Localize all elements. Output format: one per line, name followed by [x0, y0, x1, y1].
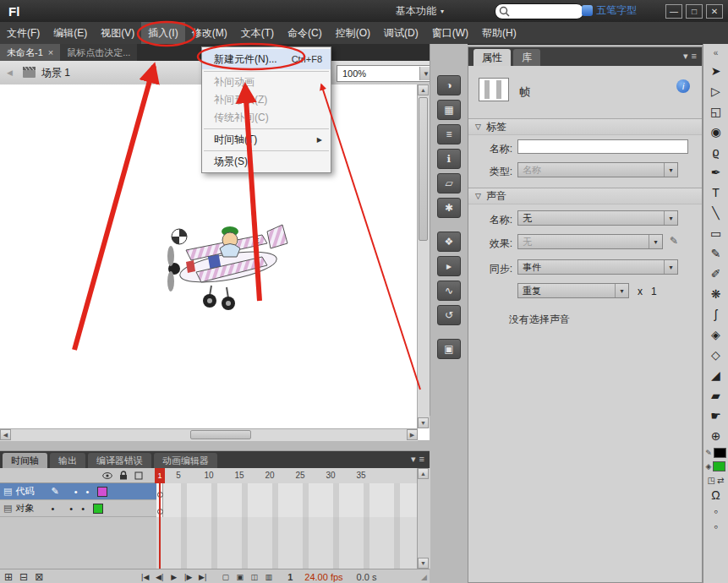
ime-brand[interactable]: 五笔字型 [582, 3, 637, 18]
menu-modify[interactable]: 修改(M) [185, 22, 234, 44]
breadcrumb-scene[interactable]: 场景 1 [41, 66, 70, 80]
visibility-dot[interactable]: • [74, 487, 78, 497]
collapse-triangle-icon[interactable]: ▽ [475, 123, 481, 131]
lasso-tool[interactable]: ϱ [705, 142, 727, 162]
menu-view[interactable]: 视图(V) [94, 22, 141, 44]
3d-rotation-tool[interactable]: ◉ [705, 122, 727, 142]
transform-panel-icon[interactable]: ▱ [437, 173, 461, 193]
menu-text[interactable]: 文本(T) [234, 22, 281, 44]
menu-commands[interactable]: 命令(C) [281, 22, 329, 44]
lock-icon[interactable] [119, 471, 128, 480]
sound-sync-dropdown[interactable]: 事件 ▾ [517, 259, 678, 275]
outline-square-icon[interactable] [134, 471, 143, 480]
menu-debug[interactable]: 调试(D) [377, 22, 425, 44]
maximize-button[interactable]: □ [686, 4, 703, 19]
timeline-vertical-scrollbar[interactable]: ▲ ▼ [417, 468, 430, 569]
sound-name-dropdown[interactable]: 无 ▾ [517, 210, 678, 226]
menu-item-scene[interactable]: 场景(S) [202, 153, 331, 171]
menu-item-new-symbol[interactable]: 新建元件(N)... Ctrl+F8 [202, 49, 331, 69]
rectangle-tool[interactable]: ▭ [705, 223, 727, 243]
menu-window[interactable]: 窗口(W) [425, 22, 475, 44]
go-to-last-frame-icon[interactable]: ▶| [195, 573, 210, 581]
history-panel-icon[interactable]: ↺ [437, 305, 461, 325]
line-tool[interactable]: ╲ [705, 203, 727, 223]
layer-row-code[interactable]: ▤ 代码 ✎ • • [0, 483, 156, 500]
section-sound[interactable]: ▽ 声音 [468, 188, 702, 204]
tab-compiler-errors[interactable]: 编译器错误 [88, 453, 151, 468]
motion-presets-panel-icon[interactable]: ▸ [437, 256, 461, 276]
scroll-up-icon[interactable]: ▲ [418, 468, 429, 479]
new-layer-icon[interactable]: ⊞ [4, 571, 13, 583]
fill-color-swatch[interactable] [713, 461, 725, 471]
pen-tool[interactable]: ✒ [705, 162, 727, 183]
timeline-ruler[interactable]: 5 10 15 20 25 30 35 [156, 468, 418, 484]
scrollbar-thumb[interactable] [190, 430, 251, 439]
brush-tool[interactable]: ✐ [705, 264, 727, 284]
scroll-down-icon[interactable]: ▼ [418, 417, 429, 428]
step-forward-icon[interactable]: |▶ [181, 573, 195, 581]
selection-tool[interactable]: ➤ [705, 61, 727, 81]
paint-bucket-tool[interactable]: ◈ [705, 324, 727, 345]
timeline-empty-grid[interactable] [156, 517, 417, 569]
strings-panel-icon[interactable]: ∿ [437, 281, 461, 301]
search-box[interactable] [495, 3, 584, 19]
menu-help[interactable]: 帮助(H) [475, 22, 523, 44]
menu-control[interactable]: 控制(O) [329, 22, 377, 44]
layer-outline-color[interactable] [93, 504, 103, 514]
sound-repeat-dropdown[interactable]: 重复 ▾ [517, 283, 629, 298]
tab-motion-editor[interactable]: 动画编辑器 [154, 453, 217, 468]
document-tab-untitled[interactable]: 未命名-1 × [0, 44, 60, 61]
chevron-down-icon[interactable]: ▾ [664, 211, 677, 225]
default-colors-icon[interactable]: ◳ [708, 476, 715, 485]
tool-option-icon[interactable]: ◦ [705, 504, 727, 519]
panel-menu-icon[interactable]: ≡ [419, 454, 424, 465]
tab-properties[interactable]: 属性 [473, 49, 511, 66]
label-name-input[interactable] [517, 139, 688, 154]
eraser-tool[interactable]: ▰ [705, 385, 727, 406]
onion-skin-icon[interactable]: ▢ [218, 573, 233, 581]
close-tab-icon[interactable]: × [48, 44, 53, 61]
fill-color-control[interactable]: ◈ [703, 460, 728, 473]
section-label[interactable]: ▽ 标签 [468, 118, 702, 135]
zoom-tool[interactable]: ⊕ [705, 426, 727, 446]
scroll-down-icon[interactable]: ▼ [418, 558, 429, 569]
text-tool[interactable]: T [705, 183, 727, 203]
eyedropper-tool[interactable]: ◢ [705, 365, 727, 385]
scroll-right-icon[interactable]: ▶ [407, 429, 418, 440]
menu-insert[interactable]: 插入(I) [141, 22, 184, 44]
stroke-color-control[interactable]: ✎ [703, 446, 728, 460]
repeat-count-value[interactable]: 1 [651, 286, 657, 297]
menu-file[interactable]: 文件(F) [0, 22, 47, 44]
project-panel-icon[interactable]: ▣ [437, 339, 461, 359]
deco-tool[interactable]: ❋ [705, 284, 727, 304]
menu-edit[interactable]: 编辑(E) [47, 22, 94, 44]
delete-layer-icon[interactable]: ⊠ [35, 571, 43, 583]
stage-horizontal-scrollbar[interactable]: ◀ ▶ [0, 428, 418, 441]
editing-dot[interactable]: • [51, 504, 54, 514]
chevron-down-icon[interactable]: ▾ [683, 51, 688, 62]
back-icon[interactable]: ◀ [7, 68, 13, 77]
color-panel-icon[interactable]: ◑ [437, 75, 461, 95]
step-back-icon[interactable]: ◀| [152, 573, 167, 581]
help-icon[interactable]: i [676, 79, 690, 93]
edit-sound-pencil-icon[interactable]: ✎ [670, 235, 678, 247]
scroll-left-icon[interactable]: ◀ [0, 429, 11, 440]
pencil-tool[interactable]: ✎ [705, 243, 727, 264]
chevron-down-icon[interactable]: ▾ [615, 284, 628, 297]
align-panel-icon[interactable]: ≡ [437, 124, 461, 144]
stage-vertical-scrollbar[interactable]: ▲ ▼ [417, 84, 430, 428]
layer-frames-object[interactable] [156, 500, 417, 518]
minimize-button[interactable]: — [665, 4, 682, 19]
components-panel-icon[interactable]: ❖ [437, 232, 461, 252]
new-folder-icon[interactable]: ⊟ [19, 571, 28, 583]
lock-dot[interactable]: • [85, 487, 89, 497]
edit-multiple-frames-icon[interactable]: ◫ [247, 573, 261, 581]
tab-output[interactable]: 输出 [50, 453, 85, 468]
document-tab-mouse-click[interactable]: 鼠标点击决定... [60, 44, 137, 61]
play-icon[interactable]: ▶ [167, 573, 181, 581]
scrollbar-thumb[interactable] [419, 97, 428, 241]
search-input[interactable] [512, 5, 575, 18]
show-hide-eye-icon[interactable] [102, 471, 112, 480]
collapse-triangle-icon[interactable]: ▽ [475, 192, 481, 200]
playhead-marker[interactable]: 1 [155, 468, 165, 483]
